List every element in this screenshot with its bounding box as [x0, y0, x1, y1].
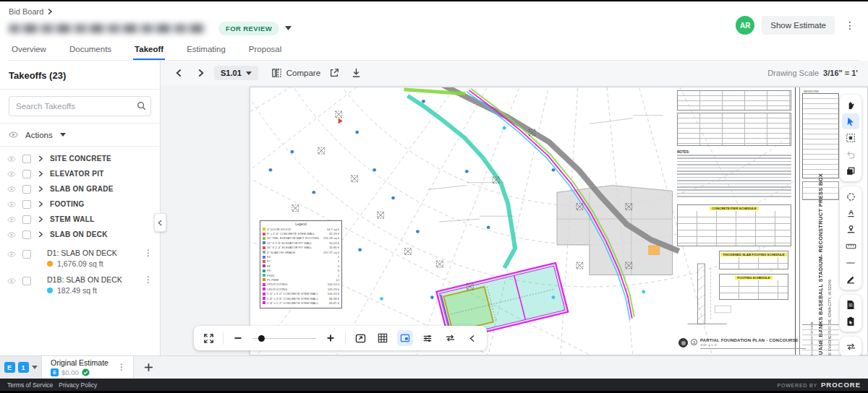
- toolbar-collapse-icon[interactable]: [464, 330, 480, 346]
- expand-icon[interactable]: [200, 330, 216, 346]
- select-cursor-icon[interactable]: [842, 113, 859, 129]
- swap-arrows-icon[interactable]: [842, 339, 859, 355]
- chevron-right-icon[interactable]: [38, 216, 43, 223]
- pan-hand-icon[interactable]: [842, 97, 859, 113]
- eye-icon[interactable]: [7, 155, 16, 163]
- chevron-right-icon[interactable]: [38, 155, 43, 162]
- next-sheet-button[interactable]: [192, 65, 208, 81]
- eye-icon[interactable]: [7, 200, 16, 209]
- legend-row: 4" DOOR STOOP 14.7 sq ft: [263, 227, 339, 231]
- zoom-slider[interactable]: [252, 333, 316, 343]
- estimate-kebab-icon[interactable]: ⋮: [116, 363, 127, 372]
- sheet-selector[interactable]: S1.01: [214, 66, 258, 80]
- layers-icon[interactable]: [842, 163, 859, 179]
- header-kebab-icon[interactable]: ⋮: [842, 19, 858, 32]
- legend-value: 104.20 ft: [328, 292, 339, 295]
- tab-overview[interactable]: Overview: [10, 40, 48, 60]
- row-checkbox[interactable]: [22, 200, 31, 209]
- row-checkbox[interactable]: [22, 277, 31, 285]
- drawing-scale-value[interactable]: 3/16" = 1': [823, 69, 858, 77]
- footer-link[interactable]: Privacy Policy: [59, 381, 97, 389]
- tab-takeoff[interactable]: Takeoff: [133, 40, 165, 60]
- takeoff-category-row[interactable]: SLAB ON GRADE: [0, 181, 160, 196]
- check-circle-icon: [82, 368, 90, 376]
- estimate-selector[interactable]: E 1: [0, 356, 42, 379]
- grid-toggle-button[interactable]: [375, 330, 391, 346]
- chevron-right-icon[interactable]: [38, 170, 43, 177]
- eye-icon[interactable]: [7, 250, 16, 259]
- open-in-new-button[interactable]: [326, 65, 342, 81]
- chevron-right-icon[interactable]: [38, 201, 43, 207]
- legend-marker: [263, 233, 265, 236]
- row-checkbox[interactable]: [22, 170, 31, 178]
- text-annotation-icon[interactable]: A: [842, 205, 859, 221]
- eye-icon[interactable]: [7, 230, 16, 239]
- pan-arrows-icon[interactable]: [442, 330, 458, 346]
- zoom-in-button[interactable]: [323, 330, 339, 346]
- app-screen: Bid Board FOR REVIEW AR Show Estimate ⋮ …: [0, 1, 868, 391]
- eye-icon[interactable]: [7, 277, 16, 285]
- settings-sliders-icon[interactable]: [420, 330, 435, 346]
- row-checkbox[interactable]: [22, 230, 31, 239]
- minimap-toggle-button[interactable]: [397, 330, 413, 346]
- zoom-out-button[interactable]: [230, 330, 246, 346]
- row-checkbox[interactable]: [22, 155, 31, 163]
- tab-documents[interactable]: Documents: [68, 40, 113, 60]
- chevron-right-icon[interactable]: [38, 186, 43, 192]
- avatar[interactable]: AR: [736, 16, 754, 35]
- item-kebab-icon[interactable]: ⋮: [142, 249, 154, 258]
- visibility-eye-icon[interactable]: [9, 130, 18, 139]
- legend-row: CF3 FOOTING 104.24 ft: [263, 282, 339, 287]
- tab-estimating[interactable]: Estimating: [185, 40, 227, 60]
- undo-icon[interactable]: [842, 147, 859, 163]
- status-caret-icon[interactable]: [285, 26, 292, 30]
- compare-button[interactable]: Compare: [271, 68, 320, 78]
- fit-screen-button[interactable]: [352, 330, 368, 346]
- footer-link[interactable]: Terms of Service: [7, 381, 53, 389]
- breadcrumb[interactable]: Bid Board: [9, 7, 43, 16]
- plan-label: 3 PARTIAL FOUNDATION PLAN - CONCOURSE 3/…: [678, 338, 806, 349]
- pen-icon[interactable]: [842, 272, 859, 288]
- search-input[interactable]: [9, 96, 151, 116]
- ruler-icon[interactable]: [842, 238, 859, 254]
- drawing-canvas[interactable]: Legend 4" DOOR STOOP 14.7 sq ft 8" x 2'-…: [161, 85, 868, 355]
- legend-marker: [263, 264, 265, 267]
- add-estimate-button[interactable]: [134, 356, 164, 379]
- download-button[interactable]: [348, 65, 364, 81]
- category-label: STEM WALL: [50, 215, 95, 223]
- row-checkbox[interactable]: [22, 250, 31, 259]
- status-badge[interactable]: FOR REVIEW: [218, 22, 279, 35]
- marquee-select-icon[interactable]: [842, 130, 859, 146]
- document-icon[interactable]: [842, 297, 859, 313]
- eye-icon[interactable]: [7, 170, 16, 178]
- estimate-bar: E 1 Original Estimate E $0.00 ⋮: [0, 355, 868, 379]
- chevron-right-icon[interactable]: [38, 231, 43, 238]
- legend-label: CF4 FOOTING: [267, 288, 326, 291]
- tab-proposal[interactable]: Proposal: [247, 40, 283, 60]
- line-tool-icon[interactable]: [842, 255, 859, 271]
- polygon-lasso-icon[interactable]: [842, 189, 859, 204]
- sidebar-collapse-button[interactable]: [154, 213, 166, 232]
- row-checkbox[interactable]: [22, 215, 31, 224]
- estimate-tab-original[interactable]: Original Estimate E $0.00 ⋮: [42, 356, 134, 379]
- legend-marker: [263, 246, 265, 249]
- legend-marker: [263, 228, 265, 230]
- takeoff-category-row[interactable]: FOOTING: [0, 196, 160, 212]
- row-checkbox[interactable]: [22, 185, 31, 194]
- takeoff-item-d1b[interactable]: D1B: SLAB ON DECK 182.49 sq ft ⋮: [0, 272, 160, 298]
- item-kebab-icon[interactable]: ⋮: [142, 275, 154, 285]
- takeoff-category-row[interactable]: SITE CONCRETE: [0, 151, 160, 166]
- show-estimate-button[interactable]: Show Estimate: [762, 16, 835, 35]
- schedule-title: FOOTING SCHEDULE: [735, 276, 772, 280]
- takeoff-category-row[interactable]: ELEVATOR PIT: [0, 166, 160, 181]
- takeoff-category-row[interactable]: STEM WALL: [0, 212, 160, 227]
- actions-dropdown[interactable]: Actions: [25, 131, 53, 139]
- stamp-icon[interactable]: [842, 222, 859, 238]
- takeoff-item-d1[interactable]: D1: SLAB ON DECK 1,676.09 sq ft ⋮: [0, 245, 160, 272]
- takeoff-category-row[interactable]: SLAB ON DECK: [0, 227, 160, 242]
- prev-sheet-button[interactable]: [171, 65, 187, 81]
- legend-label: 4" SLAB ON GRADE: [267, 251, 322, 254]
- clipboard-icon[interactable]: [842, 314, 859, 329]
- eye-icon[interactable]: [7, 215, 16, 224]
- eye-icon[interactable]: [7, 185, 16, 194]
